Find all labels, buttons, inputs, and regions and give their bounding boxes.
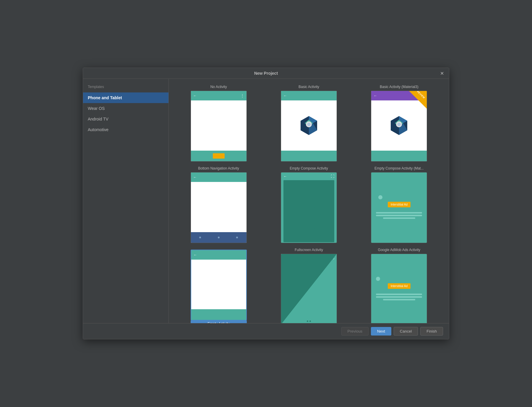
template-label-empty-compose: Empty Compose Activity <box>290 166 328 170</box>
template-empty-activity[interactable]: ← Empty Activity <box>176 247 261 323</box>
template-thumb-basic-m3: PREVIEW ← <box>371 91 427 162</box>
template-label-empty-compose-mat: Empty Compose Activity (Mat... <box>374 166 424 170</box>
close-button[interactable]: ✕ <box>439 70 445 76</box>
diagonal-svg <box>281 254 337 323</box>
cancel-button[interactable]: Cancel <box>394 327 418 336</box>
svg-point-13 <box>397 123 401 126</box>
previous-button[interactable]: Previous <box>341 327 369 336</box>
template-label-no-activity: No Activity <box>210 85 227 89</box>
template-selected-label: Empty Activity <box>191 320 247 323</box>
compose-mat-dot <box>378 195 382 199</box>
svg-point-6 <box>307 123 311 126</box>
template-thumb-admob: Interstitial Ad <box>371 254 427 323</box>
fs-dot-2 <box>309 320 311 322</box>
svg-line-14 <box>283 181 334 242</box>
fs-dot-1 <box>307 320 308 322</box>
interstitial-ad-badge: Interstitial Ad <box>388 202 411 207</box>
nav-dot-2 <box>218 237 220 238</box>
back-icon-m3: ← <box>374 94 377 98</box>
dialog-footer: Previous Next Cancel Finish <box>83 323 449 339</box>
template-label-basic-m3: Basic Activity (Material3) <box>380 85 419 89</box>
dialog-content: Templates Phone and Tablet Wear OS Andro… <box>83 79 449 323</box>
template-bottom-nav[interactable]: Bottom Navigation Activity ← <box>176 165 261 244</box>
next-button[interactable]: Next <box>371 327 391 336</box>
phone-topbar: ← <box>281 91 337 100</box>
nav-dot-3 <box>236 237 238 238</box>
template-thumb-no-activity: ← ⋮ <box>191 91 247 162</box>
admob-dot <box>376 277 380 281</box>
sidebar: Templates Phone and Tablet Wear OS Andro… <box>83 79 169 323</box>
template-thumb-bottom-nav: ← <box>191 172 247 243</box>
template-thumb-empty-compose: ← ⛶ <box>281 172 337 243</box>
menu-icon: ⋮ <box>241 94 244 98</box>
ad-line-2 <box>376 215 422 216</box>
diagonal-compose <box>283 180 334 242</box>
template-thumb-basic: ← <box>281 91 337 162</box>
ad-line-3 <box>383 217 415 219</box>
main-area: No Activity ← ⋮ <box>169 79 449 323</box>
template-basic-activity[interactable]: Basic Activity ← <box>266 84 351 163</box>
back-icon-ec: ← <box>283 174 287 178</box>
back-icon-ea: ← <box>194 253 197 257</box>
back-icon: ← <box>283 94 287 98</box>
new-project-dialog: New Project ✕ Templates Phone and Tablet… <box>83 68 449 339</box>
template-fullscreen[interactable]: Fullscreen Activity ← ⛶ <box>266 247 351 323</box>
template-admob[interactable]: Google AdMob Ads Activity Interstitial A… <box>356 247 442 323</box>
template-empty-compose[interactable]: Empty Compose Activity ← ⛶ <box>266 165 351 244</box>
template-basic-material3[interactable]: Basic Activity (Material3) PREVIEW ← <box>356 84 442 163</box>
template-label-admob: Google AdMob Ads Activity <box>378 248 420 252</box>
dialog-title: New Project <box>254 71 278 76</box>
sidebar-item-phone-tablet[interactable]: Phone and Tablet <box>83 92 168 103</box>
admob-line-1 <box>376 294 422 295</box>
ad-line-1 <box>376 212 422 214</box>
template-no-activity[interactable]: No Activity ← ⋮ <box>176 84 261 163</box>
sidebar-item-automotive[interactable]: Automotive <box>83 124 168 135</box>
template-label-basic: Basic Activity <box>299 85 319 89</box>
fab-icon <box>213 153 225 159</box>
admob-line-3 <box>383 299 415 300</box>
finish-button[interactable]: Finish <box>420 327 443 336</box>
template-thumb-empty: ← <box>191 250 247 320</box>
sidebar-item-android-tv[interactable]: Android TV <box>83 114 168 124</box>
sidebar-item-wear-os[interactable]: Wear OS <box>83 103 168 114</box>
title-bar: New Project ✕ <box>83 68 449 79</box>
jetpack-icon <box>297 114 321 137</box>
admob-badge: Interstitial Ad <box>388 283 411 289</box>
template-label-fullscreen: Fullscreen Activity <box>295 248 323 252</box>
jetpack-icon-m3 <box>387 114 411 137</box>
nav-dot-1 <box>199 237 201 238</box>
template-thumb-fullscreen: ← ⛶ <box>281 254 337 323</box>
back-arrow-icon: ← <box>193 94 197 98</box>
template-thumb-empty-compose-mat: Interstitial Ad <box>371 172 427 243</box>
sidebar-section-label: Templates <box>83 84 168 92</box>
templates-grid: No Activity ← ⋮ <box>169 79 449 323</box>
template-label-bottom-nav: Bottom Navigation Activity <box>198 166 239 170</box>
template-empty-compose-mat[interactable]: Empty Compose Activity (Mat... Interstit… <box>356 165 442 244</box>
svg-marker-15 <box>281 254 337 323</box>
admob-line-2 <box>376 296 422 298</box>
expand-icon: ⛶ <box>331 174 334 178</box>
back-icon-bn: ← <box>193 175 197 179</box>
